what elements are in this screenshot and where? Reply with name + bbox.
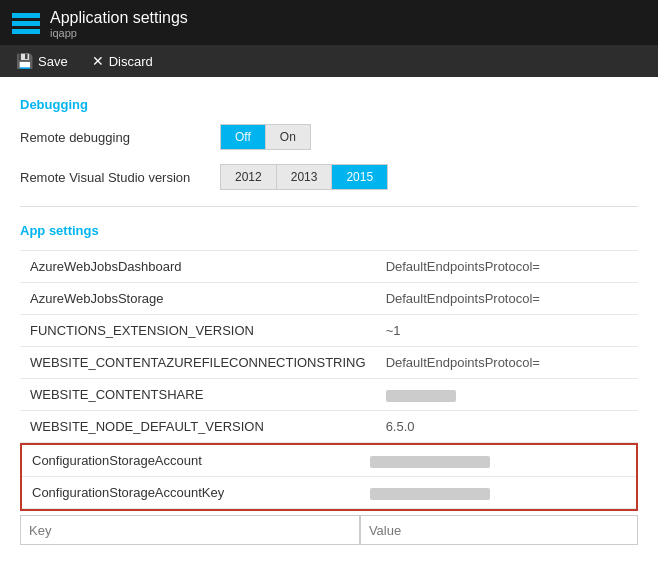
table-row[interactable]: ConfigurationStorageAccount bbox=[22, 445, 636, 477]
setting-value bbox=[360, 445, 636, 477]
discard-label: Discard bbox=[109, 54, 153, 69]
save-icon: 💾 bbox=[16, 53, 33, 69]
setting-key: WEBSITE_NODE_DEFAULT_VERSION bbox=[20, 411, 376, 443]
app-settings-table: AzureWebJobsDashboard DefaultEndpointsPr… bbox=[20, 250, 638, 443]
toolbar: 💾 Save ✕ Discard bbox=[0, 45, 658, 77]
table-row[interactable]: WEBSITE_NODE_DEFAULT_VERSION 6.5.0 bbox=[20, 411, 638, 443]
table-row[interactable]: FUNCTIONS_EXTENSION_VERSION ~1 bbox=[20, 315, 638, 347]
save-label: Save bbox=[38, 54, 68, 69]
setting-value: ~1 bbox=[376, 315, 638, 347]
setting-value: DefaultEndpointsProtocol= bbox=[376, 251, 638, 283]
table-row[interactable]: WEBSITE_CONTENTSHARE bbox=[20, 379, 638, 411]
setting-key: FUNCTIONS_EXTENSION_VERSION bbox=[20, 315, 376, 347]
discard-button[interactable]: ✕ Discard bbox=[88, 51, 157, 71]
setting-key: AzureWebJobsDashboard bbox=[20, 251, 376, 283]
setting-value: DefaultEndpointsProtocol= bbox=[376, 283, 638, 315]
remote-debugging-row: Remote debugging Off On bbox=[20, 124, 638, 150]
save-button[interactable]: 💾 Save bbox=[12, 51, 72, 71]
remote-vs-version-label: Remote Visual Studio version bbox=[20, 170, 220, 185]
blurred-value bbox=[386, 390, 456, 402]
setting-key: AzureWebJobsStorage bbox=[20, 283, 376, 315]
table-row[interactable]: ConfigurationStorageAccountKey bbox=[22, 477, 636, 509]
app-settings-section: App settings AzureWebJobsDashboard Defau… bbox=[20, 223, 638, 545]
app-name: iqapp bbox=[50, 27, 188, 39]
vs-version-toggle[interactable]: 2012 2013 2015 bbox=[220, 164, 388, 190]
setting-key: ConfigurationStorageAccountKey bbox=[22, 477, 360, 509]
app-header: Application settings iqapp bbox=[0, 0, 658, 45]
table-row[interactable]: WEBSITE_CONTENTAZUREFILECONNECTIONSTRING… bbox=[20, 347, 638, 379]
vs-2013-btn[interactable]: 2013 bbox=[277, 165, 333, 189]
toggle-on-btn[interactable]: On bbox=[266, 125, 310, 149]
setting-key: WEBSITE_CONTENTAZUREFILECONNECTIONSTRING bbox=[20, 347, 376, 379]
highlighted-table: ConfigurationStorageAccount Configuratio… bbox=[22, 445, 636, 509]
discard-icon: ✕ bbox=[92, 53, 104, 69]
highlighted-rows-group: ConfigurationStorageAccount Configuratio… bbox=[20, 443, 638, 511]
setting-value bbox=[360, 477, 636, 509]
setting-value: DefaultEndpointsProtocol= bbox=[376, 347, 638, 379]
vs-2015-btn[interactable]: 2015 bbox=[332, 165, 387, 189]
setting-value: 6.5.0 bbox=[376, 411, 638, 443]
content-area: Debugging Remote debugging Off On Remote… bbox=[0, 77, 658, 576]
blurred-value bbox=[370, 456, 490, 468]
setting-value bbox=[376, 379, 638, 411]
table-row[interactable]: AzureWebJobsDashboard DefaultEndpointsPr… bbox=[20, 251, 638, 283]
new-setting-row bbox=[20, 515, 638, 545]
new-value-input[interactable] bbox=[360, 515, 638, 545]
remote-vs-version-row: Remote Visual Studio version 2012 2013 2… bbox=[20, 164, 638, 190]
app-icon bbox=[12, 13, 40, 35]
remote-debugging-toggle[interactable]: Off On bbox=[220, 124, 311, 150]
blurred-value bbox=[370, 488, 490, 500]
remote-debugging-label: Remote debugging bbox=[20, 130, 220, 145]
new-key-input[interactable] bbox=[20, 515, 360, 545]
table-row[interactable]: AzureWebJobsStorage DefaultEndpointsProt… bbox=[20, 283, 638, 315]
header-title-group: Application settings iqapp bbox=[50, 8, 188, 39]
debugging-section-heading: Debugging bbox=[20, 97, 638, 112]
setting-key: WEBSITE_CONTENTSHARE bbox=[20, 379, 376, 411]
setting-key: ConfigurationStorageAccount bbox=[22, 445, 360, 477]
section-divider bbox=[20, 206, 638, 207]
page-title: Application settings bbox=[50, 8, 188, 27]
vs-2012-btn[interactable]: 2012 bbox=[221, 165, 277, 189]
toggle-off-btn[interactable]: Off bbox=[221, 125, 266, 149]
app-settings-heading: App settings bbox=[20, 223, 638, 238]
